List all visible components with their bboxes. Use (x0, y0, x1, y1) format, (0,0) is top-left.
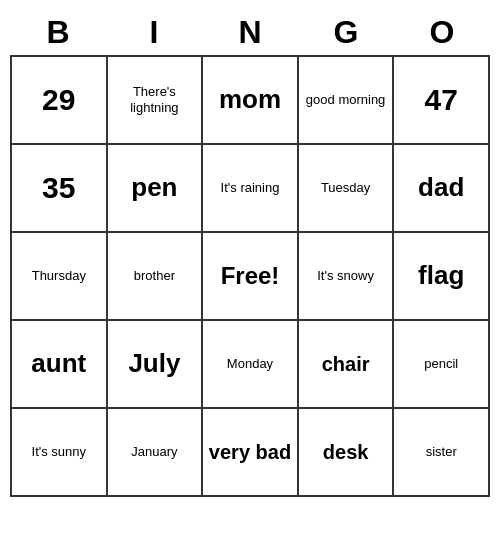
cell-r2-c1: brother (108, 233, 204, 321)
header-letter: G (298, 10, 394, 55)
cell-r4-c1: January (108, 409, 204, 497)
cell-r1-c0: 35 (12, 145, 108, 233)
cell-r4-c4: sister (394, 409, 490, 497)
cell-r1-c1: pen (108, 145, 204, 233)
cell-r1-c2: It's raining (203, 145, 299, 233)
bingo-header: BINGO (10, 10, 490, 55)
cell-r0-c0: 29 (12, 57, 108, 145)
cell-r1-c4: dad (394, 145, 490, 233)
cell-r4-c0: It's sunny (12, 409, 108, 497)
cell-r3-c2: Monday (203, 321, 299, 409)
bingo-grid: 29There's lightningmomgood morning4735pe… (10, 55, 490, 497)
cell-r3-c1: July (108, 321, 204, 409)
cell-r1-c3: Tuesday (299, 145, 395, 233)
cell-r0-c2: mom (203, 57, 299, 145)
header-letter: B (10, 10, 106, 55)
bingo-card: BINGO 29There's lightningmomgood morning… (10, 10, 490, 497)
cell-r0-c3: good morning (299, 57, 395, 145)
cell-r4-c2: very bad (203, 409, 299, 497)
cell-r2-c3: It's snowy (299, 233, 395, 321)
cell-r2-c4: flag (394, 233, 490, 321)
header-letter: N (202, 10, 298, 55)
cell-r4-c3: desk (299, 409, 395, 497)
cell-r3-c3: chair (299, 321, 395, 409)
cell-r2-c0: Thursday (12, 233, 108, 321)
cell-r2-c2: Free! (203, 233, 299, 321)
cell-r3-c0: aunt (12, 321, 108, 409)
cell-r0-c1: There's lightning (108, 57, 204, 145)
header-letter: O (394, 10, 490, 55)
header-letter: I (106, 10, 202, 55)
cell-r3-c4: pencil (394, 321, 490, 409)
cell-r0-c4: 47 (394, 57, 490, 145)
